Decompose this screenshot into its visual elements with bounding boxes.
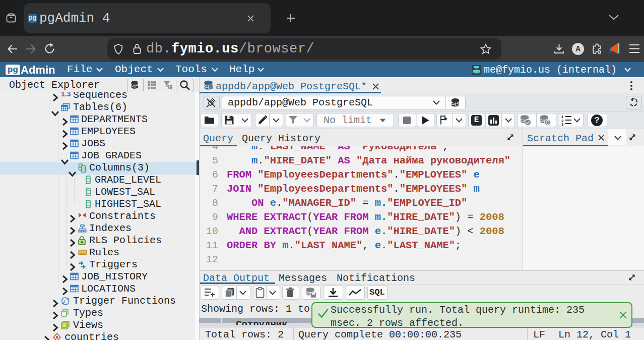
svg-text:3: 3 <box>561 123 564 126</box>
